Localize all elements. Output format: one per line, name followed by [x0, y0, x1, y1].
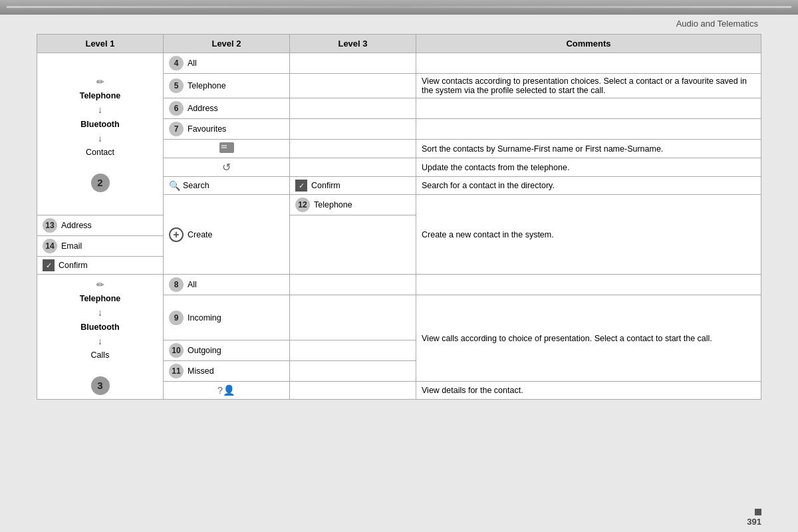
search-icon: 🔍 [169, 180, 180, 191]
comment-empty [416, 98, 761, 119]
level3-empty [290, 382, 416, 400]
level2-create-cell: + Create [164, 195, 290, 275]
level1-telephone-label2: Telephone [80, 294, 121, 303]
level2-all-label: All [188, 59, 197, 68]
badge-6: 6 [169, 101, 184, 116]
arrow-down-icon4: ↓ [43, 334, 158, 348]
level3-empty [290, 158, 416, 177]
level3-empty [290, 361, 416, 382]
level3-address-label: Address [61, 221, 92, 230]
level3-empty [290, 340, 416, 361]
badge-5: 5 [169, 78, 184, 93]
level2-all2-cell: 8 All [164, 275, 290, 295]
level1-calls-label: Calls [91, 350, 110, 360]
level3-create-telephone: 12 Telephone [290, 195, 416, 215]
comment-person: View details for the contact. [416, 382, 761, 400]
level2-cell-favourites: 7 Favourites [164, 119, 290, 140]
level3-cell-empty [290, 53, 416, 74]
level2-search-label: Search [183, 181, 209, 190]
level2-missed-cell: 11 Missed [164, 361, 290, 382]
level2-outgoing-label: Outgoing [188, 346, 221, 355]
level3-confirm2-label: Confirm [59, 261, 88, 270]
col-header-level3: Level 3 [290, 35, 416, 53]
comment-search: Search for a contact in the directory. [416, 177, 761, 195]
level1-bluetooth-label2: Bluetooth [80, 323, 119, 332]
page-number: 391 [747, 517, 761, 527]
main-table: Level 1 Level 2 Level 3 Comments ✏ Telep… [37, 34, 761, 400]
header-title: Audio and Telematics [676, 19, 758, 29]
col-header-level1: Level 1 [37, 35, 164, 53]
level3-empty [290, 275, 416, 295]
section1-number-badge: 2 [91, 174, 110, 192]
section2-number-badge: 3 [91, 376, 110, 395]
level3-empty [290, 98, 416, 119]
badge-14: 14 [43, 239, 57, 253]
level2-person-icon-cell: ?👤 [164, 382, 290, 400]
level3-empty [290, 74, 416, 98]
badge-13: 13 [43, 218, 57, 233]
level3-create-email: 14 Email [37, 236, 164, 257]
badge-7: 7 [169, 122, 184, 136]
level2-incoming-cell: 9 Incoming [164, 295, 290, 340]
level2-missed-label: Missed [188, 366, 214, 376]
level3-create-confirm: ✓ Confirm [37, 257, 164, 275]
badge-12: 12 [295, 198, 310, 212]
checkmark-icon: ✓ [295, 180, 307, 192]
level2-cell-all: 4 All [164, 53, 290, 74]
badge-11: 11 [169, 364, 184, 378]
badge-4: 4 [169, 56, 184, 70]
comment-sort: Sort the contacts by Surname-First name … [416, 140, 761, 158]
refresh-icon: ↺ [222, 161, 231, 174]
comment-telephone: View contacts according to presentation … [416, 74, 761, 98]
pencil-icon: ✏ [96, 76, 104, 87]
badge-9: 9 [169, 311, 184, 325]
level3-confirm-label: Confirm [311, 181, 340, 190]
comment-refresh: Update the contacts from the telephone. [416, 158, 761, 177]
pencil-icon2: ✏ [96, 279, 104, 290]
col-header-level2: Level 2 [164, 35, 290, 53]
level3-empty [290, 295, 416, 340]
comment-calls: View calls according to choice of presen… [416, 295, 761, 382]
level3-empty [290, 119, 416, 140]
section1-level1: ✏ Telephone ↓ Bluetooth ↓ Contact 2 [37, 53, 164, 215]
plus-icon: + [169, 227, 184, 242]
arrow-down-icon2: ↓ [43, 131, 158, 146]
level2-refresh-icon-cell: ↺ [164, 158, 290, 177]
table-row: ✏ Telephone ↓ Bluetooth ↓ Contact 2 4 Al… [37, 53, 761, 74]
level2-telephone-label: Telephone [188, 81, 226, 90]
level3-search-confirm: ✓ Confirm [290, 177, 416, 195]
page-header: Audio and Telematics [0, 15, 798, 31]
level1-bluetooth-label: Bluetooth [80, 120, 119, 129]
level2-sort-icon-cell [164, 140, 290, 158]
person-icon: ?👤 [217, 384, 235, 396]
footer: 391 [747, 509, 761, 527]
arrow-down-icon: ↓ [43, 102, 158, 117]
level2-create-label: Create [188, 230, 213, 239]
level3-email-label: Email [61, 241, 82, 251]
level2-search-cell: 🔍 Search [164, 177, 290, 195]
comment-cell [416, 53, 761, 74]
level2-address-label: Address [188, 104, 218, 113]
comment-empty [416, 119, 761, 140]
arrow-down-icon3: ↓ [43, 305, 158, 320]
table-row: ✏ Telephone ↓ Bluetooth ↓ Calls 3 8 All [37, 275, 761, 295]
content-area: Level 1 Level 2 Level 3 Comments ✏ Telep… [0, 31, 798, 406]
section2-level1: ✏ Telephone ↓ Bluetooth ↓ Calls 3 [37, 275, 164, 400]
comment-create: Create a new contact in the system. [416, 195, 761, 275]
level1-contact-label: Contact [86, 148, 114, 157]
sort-card-icon [219, 142, 234, 153]
level2-all2-label: All [188, 280, 197, 289]
level2-cell-address: 6 Address [164, 98, 290, 119]
level3-empty [290, 140, 416, 158]
level3-create-address: 13 Address [37, 215, 164, 236]
footer-square [755, 509, 761, 515]
comment-empty [416, 275, 761, 295]
checkmark-icon2: ✓ [43, 259, 55, 271]
level1-telephone-label: Telephone [80, 91, 121, 100]
badge-8: 8 [169, 277, 184, 292]
level2-incoming-label: Incoming [188, 313, 221, 323]
col-header-comments: Comments [416, 35, 761, 53]
badge-10: 10 [169, 343, 184, 358]
level2-favourites-label: Favourites [188, 124, 226, 134]
level3-telephone-label: Telephone [314, 200, 352, 209]
